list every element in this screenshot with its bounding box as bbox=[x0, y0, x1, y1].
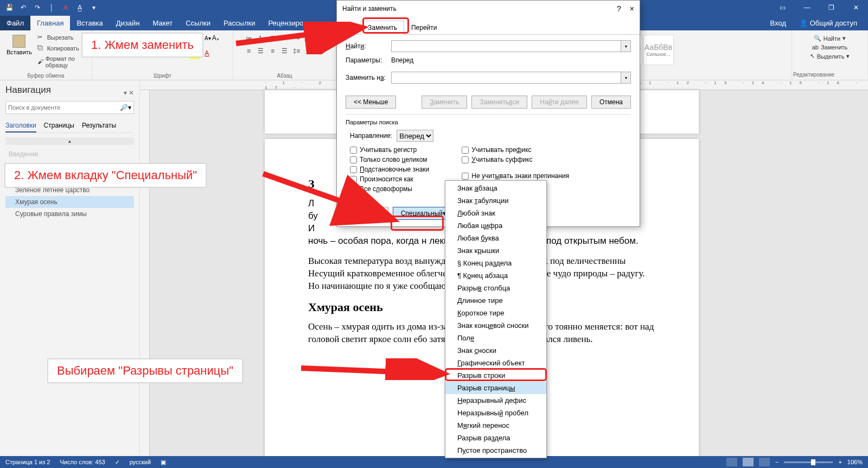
tab-references[interactable]: Ссылки bbox=[179, 16, 217, 30]
tab-design[interactable]: Дизайн bbox=[110, 16, 146, 30]
style-strong[interactable]: АаБбВвСильное... bbox=[643, 35, 674, 65]
tab-home[interactable]: Главная bbox=[30, 16, 70, 30]
dd-item[interactable]: ¶ Конец абзаца bbox=[445, 269, 546, 282]
status-lang[interactable]: русский bbox=[130, 459, 151, 465]
dd-item[interactable]: Длинное тире bbox=[445, 294, 546, 307]
find-button[interactable]: 🔍Найти ▾ bbox=[813, 34, 847, 43]
callout-2: 2. Жмем вкладку "Специальный" bbox=[4, 163, 207, 188]
account-button[interactable]: Вход bbox=[764, 16, 793, 30]
nav-tab-results[interactable]: Результаты bbox=[82, 119, 116, 132]
more-icon[interactable]: ▾ bbox=[89, 3, 99, 12]
ribbon-replace-button[interactable]: abЗаменить bbox=[811, 43, 849, 52]
direction-select[interactable]: Вперед bbox=[397, 130, 433, 142]
copy-button[interactable]: ⿻Копировать bbox=[36, 43, 87, 53]
dd-item[interactable]: § Конец раздела bbox=[445, 257, 546, 269]
paste-button[interactable]: Вставить bbox=[4, 33, 34, 58]
chevron-down-icon[interactable]: ▾ bbox=[621, 41, 630, 52]
dd-item-pagebreak[interactable]: Разрыв страницы bbox=[445, 382, 546, 394]
tab-file[interactable]: Файл bbox=[0, 16, 30, 30]
dd-item[interactable]: Неразрывный пробел bbox=[445, 407, 546, 419]
dd-item[interactable]: Знак табуляции bbox=[445, 194, 546, 207]
dd-item[interactable]: Графический объект bbox=[445, 357, 546, 369]
replace-icon: ab bbox=[812, 44, 819, 50]
find-next-button[interactable]: Найти далее bbox=[532, 96, 587, 109]
dialog-titlebar[interactable]: Найти и заменить ? × bbox=[337, 1, 640, 17]
nav-search[interactable]: 🔎▾ bbox=[5, 101, 134, 114]
dd-item[interactable]: Мягкий перенос bbox=[445, 419, 546, 432]
dialog-close-icon[interactable]: × bbox=[630, 4, 634, 13]
check-prefix[interactable]: Учитывать префикс bbox=[462, 146, 569, 154]
less-button[interactable]: << Меньше bbox=[346, 96, 396, 109]
dd-item[interactable]: Любой знак bbox=[445, 207, 546, 219]
find-input[interactable]: ▾ bbox=[391, 40, 631, 52]
undo-icon[interactable]: ↶ bbox=[18, 3, 28, 12]
arrow-3 bbox=[298, 358, 450, 380]
chevron-down-icon[interactable]: ▾ bbox=[621, 72, 630, 83]
status-proof-icon[interactable]: ✓ bbox=[115, 459, 120, 466]
tab-layout[interactable]: Макет bbox=[146, 16, 179, 30]
shrink-font-icon[interactable]: A▾ bbox=[205, 35, 211, 41]
format-painter-button[interactable]: 🖌Формат по образцу bbox=[36, 54, 87, 69]
maximize-icon[interactable]: ❐ bbox=[819, 0, 844, 15]
status-words[interactable]: Число слов: 453 bbox=[60, 459, 105, 465]
dd-item[interactable]: Любая цифра bbox=[445, 219, 546, 232]
dd-item[interactable]: Разрыв столбца bbox=[445, 282, 546, 294]
status-macro-icon[interactable]: ▣ bbox=[161, 459, 166, 466]
dd-item[interactable]: Любая буква bbox=[445, 232, 546, 244]
cancel-button[interactable]: Отмена bbox=[591, 96, 631, 109]
clear-format-icon[interactable]: Aₓ bbox=[212, 34, 219, 42]
redo-icon[interactable]: ↷ bbox=[33, 3, 42, 12]
dialog-help-icon[interactable]: ? bbox=[617, 4, 621, 13]
share-button[interactable]: 👤 Общий доступ bbox=[793, 16, 864, 30]
direction-label: Направление: bbox=[350, 132, 392, 140]
quick-access-toolbar: 💾 ↶ ↷ │ A A̲ ▾ bbox=[0, 3, 103, 12]
nav-search-input[interactable] bbox=[8, 104, 120, 111]
vertical-ruler[interactable] bbox=[140, 90, 150, 456]
zoom-level[interactable]: 106% bbox=[847, 459, 863, 465]
nav-pin-icon[interactable]: ▾ ✕ bbox=[124, 89, 134, 97]
check-suffix[interactable]: Учитывать суффикс bbox=[462, 156, 569, 163]
nav-tab-headings[interactable]: Заголовки bbox=[5, 119, 36, 132]
dialog-tab-goto[interactable]: Перейти bbox=[404, 21, 444, 35]
zoom-in-icon[interactable]: + bbox=[838, 459, 841, 465]
check-match-case[interactable]: Учитывать регистр bbox=[350, 146, 429, 154]
zoom-slider[interactable] bbox=[784, 461, 833, 463]
highlight-icon[interactable]: A̲ bbox=[75, 3, 85, 12]
dd-item[interactable]: Разрыв строки bbox=[445, 369, 546, 382]
dd-item[interactable]: Разрыв раздела bbox=[445, 432, 546, 444]
zoom-out-icon[interactable]: − bbox=[775, 459, 778, 465]
dd-item[interactable]: Короткое тире bbox=[445, 307, 546, 319]
dd-item[interactable]: Пустое пространство bbox=[445, 444, 546, 457]
dd-item[interactable]: Знак абзаца bbox=[445, 182, 546, 194]
close-window-icon[interactable]: ✕ bbox=[844, 0, 868, 15]
select-button[interactable]: ↖Выделить ▾ bbox=[809, 52, 851, 61]
replace-input[interactable]: ▾ bbox=[391, 72, 631, 84]
replace-button[interactable]: Заменить bbox=[422, 96, 467, 109]
dd-item[interactable]: Знак сноски bbox=[445, 344, 546, 357]
dd-item[interactable]: Знак крышки bbox=[445, 244, 546, 257]
view-read-icon[interactable] bbox=[726, 458, 737, 466]
view-web-icon[interactable] bbox=[759, 458, 770, 466]
check-whole-word[interactable]: Только слово целиком bbox=[350, 156, 429, 163]
view-print-icon[interactable] bbox=[743, 458, 754, 466]
check-ignore-punct[interactable]: Не учитывать знаки препинания bbox=[462, 172, 569, 180]
save-icon[interactable]: 💾 bbox=[4, 3, 14, 12]
replace-all-button[interactable]: Заменить все bbox=[471, 96, 527, 109]
dd-item[interactable]: Поле bbox=[445, 332, 546, 344]
nav-item-selected[interactable]: Хмурая осень bbox=[5, 196, 134, 208]
dd-item[interactable]: Неразрывный дефис bbox=[445, 394, 546, 407]
qat-sep: │ bbox=[47, 3, 56, 12]
minimize-icon[interactable]: — bbox=[795, 0, 819, 15]
nav-collapse[interactable]: ▲ bbox=[5, 137, 134, 145]
nav-item[interactable]: Суровые правила зимы bbox=[5, 208, 134, 220]
nav-tab-pages[interactable]: Страницы bbox=[44, 119, 74, 132]
status-page[interactable]: Страница 1 из 2 bbox=[5, 459, 50, 465]
font-color-icon[interactable]: A bbox=[61, 3, 71, 12]
arrow-2 bbox=[260, 168, 401, 228]
search-icon[interactable]: 🔎▾ bbox=[120, 104, 131, 111]
nav-item[interactable]: Введение bbox=[5, 148, 134, 160]
ribbon-options-icon[interactable]: ▭ bbox=[770, 0, 795, 15]
cut-button[interactable]: ✂Вырезать bbox=[36, 33, 87, 42]
tab-insert[interactable]: Вставка bbox=[70, 16, 109, 30]
dd-item[interactable]: Знак концевой сноски bbox=[445, 319, 546, 332]
